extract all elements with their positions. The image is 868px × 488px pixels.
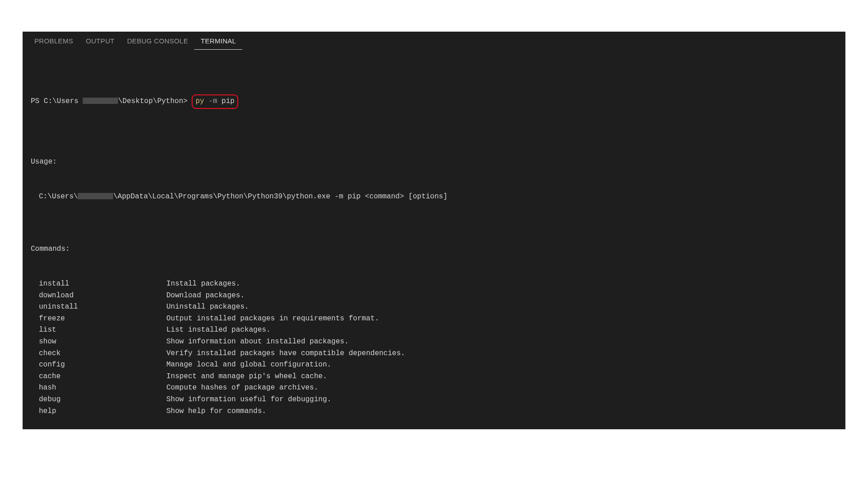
terminal-output[interactable]: PS C:\Users \Desktop\Python> py -m pip U… xyxy=(23,51,845,429)
command-row: cacheInspect and manage pip's wheel cach… xyxy=(31,371,837,383)
commands-list: installInstall packages.downloadDownload… xyxy=(31,278,837,417)
command-name: freeze xyxy=(31,313,166,325)
redacted-username xyxy=(83,98,118,104)
command-desc: Install packages. xyxy=(166,278,240,290)
usage-header: Usage: xyxy=(31,156,837,168)
command-desc: Uninstall packages. xyxy=(166,301,249,313)
tab-debug-console[interactable]: DEBUG CONSOLE xyxy=(121,33,194,50)
prompt-path-a: PS C:\Users xyxy=(31,97,79,105)
tab-problems[interactable]: PROBLEMS xyxy=(28,33,80,50)
command-name: install xyxy=(31,278,166,290)
command-highlight: py -m pip xyxy=(192,94,238,109)
command-row: hashCompute hashes of package archives. xyxy=(31,382,837,394)
command-name: download xyxy=(31,290,166,302)
command-row: checkVerify installed packages have comp… xyxy=(31,348,837,360)
panel-tab-bar: PROBLEMS OUTPUT DEBUG CONSOLE TERMINAL xyxy=(23,32,845,51)
command-name: help xyxy=(31,406,166,418)
command-desc: Show information useful for debugging. xyxy=(166,394,331,406)
command-desc: Show help for commands. xyxy=(166,406,266,418)
usage-line: C:\Users\\AppData\Local\Programs\Python\… xyxy=(31,191,837,203)
tab-terminal[interactable]: TERMINAL xyxy=(194,33,242,50)
command-desc: Manage local and global configuration. xyxy=(166,359,331,371)
usage-text-b: \AppData\Local\Programs\Python\Python39\… xyxy=(113,192,447,201)
command-name: list xyxy=(31,324,166,336)
command-row: helpShow help for commands. xyxy=(31,406,837,418)
command-desc: Download packages. xyxy=(166,290,245,302)
command-desc: Inspect and manage pip's wheel cache. xyxy=(166,371,327,383)
vscode-panel: PROBLEMS OUTPUT DEBUG CONSOLE TERMINAL P… xyxy=(23,32,845,429)
command-row: configManage local and global configurat… xyxy=(31,359,837,371)
command-name: uninstall xyxy=(31,301,166,313)
usage-text-a: C:\Users\ xyxy=(39,192,78,201)
command-name: show xyxy=(31,336,166,348)
command-name: config xyxy=(31,359,166,371)
command-name: debug xyxy=(31,394,166,406)
command-row: installInstall packages. xyxy=(31,278,837,290)
command-row: freezeOutput installed packages in requi… xyxy=(31,313,837,325)
commands-header: Commands: xyxy=(31,244,837,255)
command-py: py xyxy=(195,97,204,105)
redacted-username-2 xyxy=(78,193,113,199)
prompt-line: PS C:\Users \Desktop\Python> py -m pip xyxy=(31,94,837,109)
command-name: cache xyxy=(31,371,166,383)
command-desc: Output installed packages in requirement… xyxy=(166,313,379,325)
command-name: check xyxy=(31,348,166,360)
prompt-path-b: \Desktop\Python> xyxy=(118,97,188,105)
command-desc: Show information about installed package… xyxy=(166,336,349,348)
command-row: debugShow information useful for debuggi… xyxy=(31,394,837,406)
command-flag: -m xyxy=(208,97,217,105)
command-desc: List installed packages. xyxy=(166,324,270,336)
tab-output[interactable]: OUTPUT xyxy=(80,33,121,50)
command-row: downloadDownload packages. xyxy=(31,290,837,302)
command-row: uninstallUninstall packages. xyxy=(31,301,837,313)
command-row: showShow information about installed pac… xyxy=(31,336,837,348)
command-row: listList installed packages. xyxy=(31,324,837,336)
command-desc: Compute hashes of package archives. xyxy=(166,382,318,394)
command-desc: Verify installed packages have compatibl… xyxy=(166,348,405,360)
command-arg: pip xyxy=(222,97,235,105)
command-name: hash xyxy=(31,382,166,394)
